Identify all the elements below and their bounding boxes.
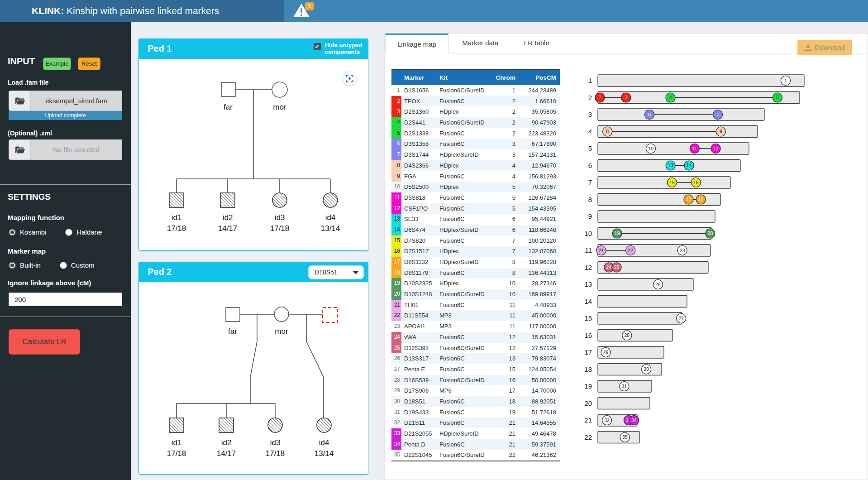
marker-circle-number: 32 [604, 418, 610, 423]
marker-row[interactable]: 2TPOXFusion6C21.66610 [391, 96, 560, 107]
ped1-card: Ped 1 ✔ Hide untyped components [138, 38, 368, 251]
radio-kosambi[interactable] [9, 229, 16, 236]
marker-row-index: 25 [391, 343, 401, 354]
marker-row[interactable]: 1D1S1656Fusion6C/SureID1244.23489 [391, 85, 560, 96]
ped2-child1-symbol[interactable] [169, 418, 184, 432]
radio-haldane[interactable] [65, 229, 72, 236]
marker-row[interactable]: 11D5S818Fusion6C5126.67284 [391, 192, 560, 203]
marker-row[interactable]: 17D8S1132HDplex/SureID8119.96228 [391, 257, 560, 268]
xml-browse-button[interactable] [9, 139, 31, 160]
example-button[interactable]: Example [43, 58, 71, 70]
marker-row-index: 1 [391, 85, 401, 96]
marker-circle-number: 6 [648, 112, 651, 117]
marker-row[interactable]: 5D2S1338Fusion6C2223.48320 [391, 128, 560, 139]
chromosome-label: 11 [585, 246, 592, 254]
marker-row-index: 31 [391, 407, 401, 418]
marker-poscm: 136.44313 [515, 268, 557, 278]
ped1-child1-symbol[interactable] [169, 193, 184, 207]
marker-row[interactable]: 18D8S1179Fusion6C8136.44313 [391, 268, 560, 278]
radio-builtin-label[interactable]: Built-in [20, 261, 41, 269]
marker-kit: Fusion6C/SureID [439, 289, 493, 300]
tab-lr-table[interactable]: LR table [512, 34, 561, 53]
ped1-father-symbol[interactable] [221, 82, 235, 96]
ped2-child3-symbol[interactable] [268, 418, 282, 432]
marker-row[interactable]: 35D22S1045Fusion6C/SureID2246.21362 [391, 450, 560, 461]
ped1-mother-symbol[interactable] [272, 82, 287, 97]
marker-row[interactable]: 12CSF1POFusion6C5154.43395 [391, 203, 560, 214]
marker-dropdown[interactable]: D18S51 [308, 265, 364, 279]
marker-row[interactable]: 28D16S539Fusion6C/SureID1650.00000 [391, 375, 560, 386]
ped2-child4-id: id4 [319, 438, 329, 447]
chromosome-label: 15 [584, 314, 592, 322]
marker-chrom: 2 [493, 128, 515, 139]
hide-untyped-checkbox-group[interactable]: ✔ Hide untyped components [314, 42, 362, 55]
marker-chrom: 5 [493, 203, 515, 214]
radio-builtin[interactable] [9, 262, 16, 269]
download-button[interactable]: Download [797, 40, 852, 55]
marker-poscm: 117.00000 [515, 321, 557, 332]
marker-chrom: 5 [493, 182, 515, 192]
reset-button[interactable]: Reset [78, 58, 100, 70]
ped1-child2-id: id2 [223, 213, 233, 222]
marker-row[interactable]: 31D19S433Fusion6C1951.72618 [391, 407, 560, 418]
ped2-father-symbol[interactable] [226, 307, 240, 322]
marker-kit: Fusion6C [439, 439, 493, 450]
marker-row[interactable]: 23APOAI1MP311117.00000 [391, 321, 560, 332]
radio-custom[interactable] [60, 262, 67, 269]
marker-row[interactable]: 4D2S441Fusion6C/SureID290.47903 [391, 117, 560, 128]
marker-name: Penta E [401, 364, 439, 375]
marker-row[interactable]: 20D10S1248Fusion6C/SureID10169.89917 [391, 289, 560, 300]
ped1-child3-id: id3 [275, 213, 285, 222]
hide-untyped-checkbox[interactable]: ✔ [314, 43, 321, 50]
xml-file-input[interactable]: No file selected [9, 139, 122, 160]
ped2-child4-symbol[interactable] [317, 418, 331, 432]
marker-circle-number: 30 [644, 366, 649, 372]
fam-browse-button[interactable] [9, 91, 31, 111]
marker-row[interactable]: 21TH01Fusion6C114.48933 [391, 300, 560, 311]
fam-file-input[interactable]: eksempel_simul.fam [9, 91, 122, 111]
marker-row[interactable]: 13SE33Fusion6C695.44921 [391, 214, 560, 225]
radio-haldane-label[interactable]: Haldane [76, 228, 102, 236]
marker-chrom: 7 [493, 235, 515, 246]
marker-row[interactable]: 30D18S51Fusion6C1888.92051 [391, 396, 560, 407]
marker-row[interactable]: 10D5S2500HDplex570.32067 [391, 182, 560, 192]
mapping-function-label: Mapping function [8, 214, 64, 221]
marker-row[interactable]: 34Penta DFusion6C2159.37591 [391, 439, 560, 450]
ped1-child3-symbol[interactable] [272, 193, 287, 207]
marker-row[interactable]: 7D3S1744HDplex/SureID3157.24131 [391, 149, 560, 160]
ped1-pedigree-plot: far mor id1 17/18 id2 14/17 id3 17/18 id… [139, 59, 368, 250]
marker-row[interactable]: 8D4S2366HDplex412.94670 [391, 160, 560, 171]
tab-marker-data[interactable]: Marker data [450, 34, 510, 53]
marker-row[interactable]: 33D21S2055HDplex/SureID2149.46478 [391, 428, 560, 439]
ped1-child4-alleles: 13/14 [321, 224, 340, 233]
warning-indicator[interactable]: 1 [292, 2, 318, 20]
marker-row[interactable]: 32D21S11Fusion6C2114.64555 [391, 418, 560, 428]
marker-row[interactable]: 22D11S554MP31145.00000 [391, 310, 560, 321]
marker-row[interactable]: 15D7S820Fusion6C7100.20120 [391, 235, 560, 246]
radio-custom-label[interactable]: Custom [71, 261, 95, 269]
marker-row-index: 7 [391, 149, 401, 160]
marker-row[interactable]: 14D6S474HDplex/SureID6118.66248 [391, 225, 560, 235]
ped2-child2-symbol[interactable] [219, 418, 234, 432]
calculate-lr-button[interactable]: Calculate LR [9, 329, 80, 355]
ped2-mother-symbol[interactable] [274, 307, 289, 322]
marker-row[interactable]: 26D13S317Fusion6C1379.83074 [391, 353, 560, 364]
marker-chrom: 1 [493, 85, 515, 96]
ped1-child1-id: id1 [172, 213, 182, 222]
marker-row[interactable]: 27Penta EFusion6C15124.05054 [391, 364, 560, 375]
marker-row[interactable]: 29D17S906MP61714.70000 [391, 385, 560, 396]
radio-kosambi-label[interactable]: Kosambi [20, 228, 46, 236]
marker-row[interactable]: 16D7S1517HDplex7132.07060 [391, 246, 560, 257]
ignore-linkage-input[interactable] [9, 293, 122, 306]
marker-row[interactable]: 19D10S2325HDplex1028.27346 [391, 278, 560, 289]
marker-row[interactable]: 24vWAFusion6C1215.63031 [391, 332, 560, 343]
ignore-linkage-label: Ignore linkage above (cM) [8, 279, 91, 287]
ped1-child2-symbol[interactable] [220, 193, 235, 207]
ped2-unknown-father-symbol[interactable] [323, 307, 338, 322]
marker-row[interactable]: 25D12S391Fusion6C/SureID1227.57129 [391, 343, 560, 354]
tab-linkage-map[interactable]: Linkage map [385, 34, 448, 53]
ped1-child4-symbol[interactable] [323, 193, 338, 207]
marker-row[interactable]: 3D2S1360HDplex235.05805 [391, 106, 560, 117]
marker-row[interactable]: 9FGAFusion6C4156.81293 [391, 171, 560, 182]
marker-row[interactable]: 6D3S1358Fusion6C367.17890 [391, 139, 560, 149]
